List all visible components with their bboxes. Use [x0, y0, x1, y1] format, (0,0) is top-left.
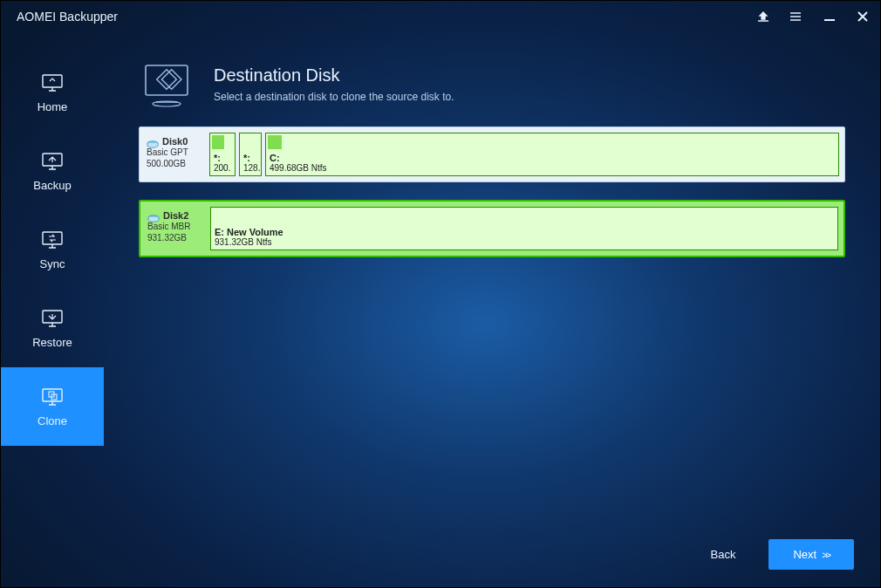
svg-rect-3 — [43, 75, 62, 87]
sidebar-item-label: Backup — [33, 179, 71, 192]
svg-point-0 — [790, 12, 792, 14]
svg-rect-5 — [43, 232, 62, 244]
sidebar-item-clone[interactable]: Clone — [1, 367, 104, 446]
partition-sub: 931.32GB Ntfs — [215, 237, 834, 248]
partition[interactable]: E: New Volume 931.32GB Ntfs — [210, 207, 838, 250]
disk-type: Basic GPT — [147, 147, 208, 158]
sidebar-item-label: Sync — [40, 257, 65, 270]
monitor-home-icon — [40, 72, 65, 93]
partition-label: C: — [270, 153, 835, 163]
page-title: Destination Disk — [214, 65, 454, 85]
back-button[interactable]: Back — [702, 541, 745, 568]
titlebar-right — [756, 10, 870, 24]
destination-disk-icon — [139, 58, 195, 109]
page-header-text: Destination Disk Select a destination di… — [214, 65, 454, 103]
svg-point-1 — [790, 16, 792, 17]
partition-label: *: — [214, 153, 231, 163]
monitor-restore-icon — [40, 308, 65, 329]
svg-rect-12 — [157, 70, 177, 90]
disk-row[interactable]: Disk0 Basic GPT 500.00GB *: 200. *: 128. — [139, 126, 845, 182]
partition-map: *: 200. *: 128. C: 499.68GB Ntfs — [209, 133, 839, 176]
minimize-icon[interactable] — [823, 10, 837, 24]
back-label: Back — [711, 548, 736, 561]
disk-name: Disk2 — [163, 210, 188, 221]
page-subtitle: Select a destination disk to clone the s… — [214, 91, 454, 103]
disk-list: Disk0 Basic GPT 500.00GB *: 200. *: 128. — [104, 126, 880, 257]
main: Destination Disk Select a destination di… — [104, 32, 880, 587]
monitor-backup-icon — [40, 151, 65, 172]
titlebar: AOMEI Backupper — [1, 1, 880, 32]
partition[interactable]: C: 499.68GB Ntfs — [265, 133, 839, 176]
sidebar-item-home[interactable]: Home — [1, 53, 104, 132]
partition-sub: 128. — [243, 163, 257, 174]
partition-sub: 499.68GB Ntfs — [270, 163, 835, 174]
footer: Back Next >> — [702, 539, 855, 570]
disk-size: 931.32GB — [147, 232, 208, 243]
partition[interactable]: *: 200. — [209, 133, 236, 176]
sidebar-item-label: Clone — [38, 414, 67, 427]
menu-icon[interactable] — [789, 10, 803, 24]
disk-size: 500.00GB — [147, 158, 208, 169]
page-header: Destination Disk Select a destination di… — [104, 32, 880, 126]
chevron-right-icon: >> — [822, 550, 830, 560]
svg-rect-13 — [161, 70, 181, 90]
monitor-sync-icon — [40, 229, 65, 250]
app-title: AOMEI Backupper — [17, 10, 118, 24]
titlebar-left: AOMEI Backupper — [17, 10, 118, 24]
sidebar-item-backup[interactable]: Backup — [1, 132, 104, 210]
disk-row-selected[interactable]: Disk2 Basic MBR 931.32GB E: New Volume 9… — [139, 200, 845, 257]
next-button[interactable]: Next >> — [768, 539, 854, 570]
partition[interactable]: *: 128. — [239, 133, 262, 176]
partition-label: *: — [243, 153, 257, 163]
disk-info: Disk0 Basic GPT 500.00GB — [145, 133, 209, 176]
partition-map: E: New Volume 931.32GB Ntfs — [210, 207, 838, 250]
sidebar-item-restore[interactable]: Restore — [1, 289, 104, 367]
sidebar-item-sync[interactable]: Sync — [1, 210, 104, 289]
close-icon[interactable] — [856, 10, 870, 24]
partition-sub: 200. — [214, 163, 231, 174]
monitor-clone-icon — [40, 386, 65, 407]
svg-point-2 — [790, 19, 792, 21]
next-label: Next — [793, 548, 816, 561]
sidebar-item-label: Home — [38, 100, 68, 113]
disk-type: Basic MBR — [147, 221, 208, 232]
sidebar: Home Backup Sync Restore Clone — [1, 53, 104, 446]
upgrade-icon[interactable] — [756, 10, 770, 24]
disk-icon — [147, 137, 159, 146]
disk-name: Disk0 — [162, 136, 188, 147]
disk-info: Disk2 Basic MBR 931.32GB — [146, 207, 210, 250]
partition-label: E: New Volume — [215, 227, 834, 237]
disk-icon — [147, 211, 160, 220]
sidebar-item-label: Restore — [32, 336, 72, 349]
